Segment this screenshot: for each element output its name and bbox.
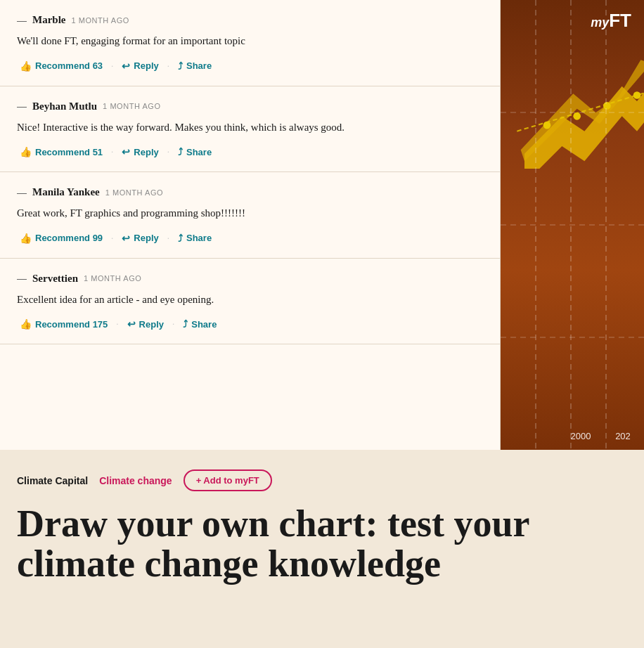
comment-time: 1 MONTH AGO — [105, 188, 163, 197]
share-icon: ⤴ — [178, 60, 183, 72]
reply-icon: ↩ — [122, 60, 130, 72]
share-label: Share — [186, 233, 212, 243]
separator: · — [111, 60, 113, 72]
comment-header: — Manila Yankee 1 MONTH AGO — [17, 186, 483, 198]
recommend-button[interactable]: 👍 Recommend 99 — [17, 231, 105, 245]
separator: · — [167, 233, 169, 244]
reply-label: Reply — [134, 233, 158, 243]
recommend-label: Recommend 175 — [35, 319, 108, 330]
separator: · — [111, 146, 113, 157]
comment-actions: 👍 Recommend 175 · ↩ Reply · ⤴ Share — [17, 317, 483, 331]
comment-item: — Beyhan Mutlu 1 MONTH AGO Nice! Interac… — [0, 86, 500, 173]
comment-actions: 👍 Recommend 51 · ↩ Reply · ⤴ Share — [17, 145, 483, 159]
separator: · — [116, 318, 118, 330]
article-title-line2: climate change knowledge — [17, 543, 441, 585]
comments-panel: — Marble 1 MONTH AGO We'll done FT, enga… — [0, 0, 501, 450]
reply-label: Reply — [134, 60, 158, 71]
separator: · — [167, 60, 169, 72]
comment-header: — Marble 1 MONTH AGO — [17, 14, 483, 26]
year-labels: 2000 202 — [560, 431, 644, 441]
comment-author: Servettien — [32, 273, 78, 285]
recommend-button[interactable]: 👍 Recommend 63 — [17, 59, 105, 73]
share-label: Share — [191, 319, 217, 330]
recommend-button[interactable]: 👍 Recommend 51 — [17, 145, 105, 159]
comment-time: 1 MONTH AGO — [103, 102, 160, 110]
recommend-button[interactable]: 👍 Recommend 175 — [17, 317, 110, 331]
reply-button[interactable]: ↩ Reply — [124, 317, 167, 331]
article-title: Draw your own chart: test your climate c… — [17, 504, 627, 583]
reply-label: Reply — [134, 147, 158, 157]
separator: · — [111, 233, 113, 244]
comment-author: Marble — [32, 14, 65, 26]
comment-author: Manila Yankee — [32, 186, 100, 198]
reply-icon: ↩ — [122, 233, 130, 244]
ft-text: FT — [609, 10, 631, 31]
my-text: my — [591, 15, 609, 30]
comment-author: Beyhan Mutlu — [32, 101, 97, 112]
reply-label: Reply — [139, 319, 164, 330]
comment-text: Excellent idea for an article - and eye … — [17, 292, 483, 308]
climate-capital-tag[interactable]: Climate Capital — [17, 475, 88, 486]
recommend-label: Recommend 99 — [35, 233, 103, 243]
comment-actions: 👍 Recommend 63 · ↩ Reply · ⤴ Share — [17, 59, 483, 73]
year-2000: 2000 — [560, 431, 602, 441]
thumbs-up-icon: 👍 — [20, 233, 32, 244]
chart-panel: myFT 2000 202 — [501, 0, 644, 450]
article-title-line1: Draw your own chart: test your — [17, 503, 529, 545]
top-section: — Marble 1 MONTH AGO We'll done FT, enga… — [0, 0, 644, 450]
thumbs-up-icon: 👍 — [20, 146, 32, 157]
myft-logo: myFT — [591, 10, 631, 32]
comment-dash: — — [17, 187, 27, 198]
reply-button[interactable]: ↩ Reply — [119, 145, 161, 159]
share-button[interactable]: ⤴ Share — [175, 231, 214, 245]
tags-row: Climate Capital Climate change + Add to … — [17, 469, 627, 491]
comment-actions: 👍 Recommend 99 · ↩ Reply · ⤴ Share — [17, 231, 483, 245]
comment-text: We'll done FT, engaging format for an im… — [17, 33, 483, 49]
comment-item: — Manila Yankee 1 MONTH AGO Great work, … — [0, 172, 500, 259]
thumbs-up-icon: 👍 — [20, 60, 32, 72]
separator: · — [172, 318, 174, 330]
climate-change-tag[interactable]: Climate change — [99, 475, 172, 486]
comment-dash: — — [17, 101, 27, 112]
share-icon: ⤴ — [178, 146, 183, 157]
comment-time: 1 MONTH AGO — [84, 274, 141, 283]
share-icon: ⤴ — [183, 318, 188, 330]
comment-dash: — — [17, 273, 27, 284]
recommend-label: Recommend 63 — [35, 60, 103, 71]
recommend-label: Recommend 51 — [35, 147, 103, 157]
bottom-section: Climate Capital Climate change + Add to … — [0, 450, 644, 600]
comment-text: Nice! Interactive is the way forward. Ma… — [17, 119, 483, 136]
reply-button[interactable]: ↩ Reply — [119, 59, 161, 73]
reply-icon: ↩ — [122, 146, 130, 157]
comment-item: — Servettien 1 MONTH AGO Excellent idea … — [0, 259, 500, 345]
comment-dash: — — [17, 15, 27, 26]
thumbs-up-icon: 👍 — [20, 318, 32, 330]
share-label: Share — [186, 60, 212, 71]
chart-grid — [501, 0, 644, 450]
share-icon: ⤴ — [178, 233, 183, 244]
share-button[interactable]: ⤴ Share — [180, 317, 219, 331]
comment-item: — Marble 1 MONTH AGO We'll done FT, enga… — [0, 0, 500, 86]
add-to-myft-button[interactable]: + Add to myFT — [183, 469, 272, 491]
year-2020: 202 — [602, 431, 644, 441]
reply-icon: ↩ — [127, 318, 136, 330]
reply-button[interactable]: ↩ Reply — [119, 231, 161, 245]
comment-text: Great work, FT graphics and programming … — [17, 205, 483, 221]
comment-header: — Beyhan Mutlu 1 MONTH AGO — [17, 101, 483, 112]
share-button[interactable]: ⤴ Share — [175, 145, 214, 159]
comment-time: 1 MONTH AGO — [71, 16, 129, 25]
separator: · — [167, 146, 169, 157]
share-label: Share — [186, 147, 212, 157]
comment-header: — Servettien 1 MONTH AGO — [17, 273, 483, 285]
share-button[interactable]: ⤴ Share — [175, 59, 214, 73]
